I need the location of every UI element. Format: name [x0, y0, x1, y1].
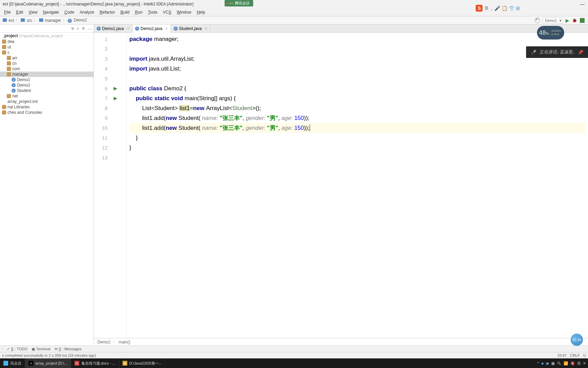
- menu-tools[interactable]: Tools: [145, 9, 160, 15]
- editor-tab[interactable]: CStudent.java✕: [171, 25, 210, 32]
- run-config-select[interactable]: Demo1: [543, 18, 563, 23]
- mic-icon: 🎤: [531, 50, 536, 55]
- tray-icon[interactable]: 🔌: [557, 361, 561, 366]
- tree-item[interactable]: nal Libraries: [0, 104, 94, 110]
- run-controls: Demo1 ▶ 🐞: [535, 18, 585, 23]
- menu-edit[interactable]: Edit: [13, 9, 26, 15]
- tree-item[interactable]: array_project.iml: [0, 99, 94, 104]
- status-message: n completed successfully in 2 s 209 ms (…: [2, 353, 96, 357]
- menu-code[interactable]: Code: [62, 9, 77, 15]
- close-tab-icon[interactable]: ✕: [165, 27, 168, 30]
- target-icon[interactable]: ⊕: [71, 26, 74, 31]
- coverage-button[interactable]: [580, 18, 585, 23]
- run-button[interactable]: ▶: [566, 18, 569, 23]
- editor-area: CDemo1.java✕CDemo2.java✕CStudent.java✕ 1…: [94, 25, 588, 346]
- project-root[interactable]: _project D:\javaCode\array_project: [0, 33, 94, 39]
- menu-run[interactable]: Run: [132, 9, 145, 15]
- run-history-icon[interactable]: [535, 18, 540, 23]
- editor-tabs: CDemo1.java✕CDemo2.java✕CStudent.java✕: [94, 25, 588, 33]
- menu-analyze[interactable]: Analyze: [77, 9, 97, 15]
- collapse-icon[interactable]: ≡: [77, 27, 79, 31]
- cpu-monitor-overlay[interactable]: 48% ↑25.8K/s ↓2.1K/s: [537, 26, 564, 40]
- menu-navigate[interactable]: Navigate: [40, 9, 62, 15]
- windows-taskbar: 讯会议IJarray_project [D:\...W集合练习题.docx - …: [0, 358, 588, 368]
- settings-icon[interactable]: ⚙: [82, 26, 85, 31]
- tray-icon[interactable]: ^: [537, 361, 539, 365]
- minimize-button[interactable]: —: [580, 1, 585, 7]
- system-tray[interactable]: ^ ◈ ◉ ▦ 🔌 📶 🔇 英 ✕: [537, 361, 586, 366]
- tray-ime-icon[interactable]: 英: [577, 361, 581, 366]
- tray-icon[interactable]: ◉: [546, 361, 549, 366]
- close-tab-icon[interactable]: ✕: [127, 27, 129, 30]
- nav-crumb[interactable]: src: [21, 18, 32, 23]
- tree-item[interactable]: com: [0, 66, 94, 72]
- tray-volume-icon[interactable]: 🔇: [570, 361, 575, 366]
- editor-breadcrumb[interactable]: Demo2〉main(): [94, 338, 588, 346]
- status-bar: n completed successfully in 2 s 209 ms (…: [0, 352, 588, 358]
- menu-file[interactable]: File: [1, 9, 13, 15]
- tray-wifi-icon[interactable]: 📶: [564, 361, 568, 366]
- editor-tab[interactable]: CDemo2.java✕: [132, 25, 171, 33]
- tree-item[interactable]: CStudent: [0, 88, 94, 93]
- tray-shield-icon[interactable]: ◈: [541, 361, 544, 366]
- pin-icon[interactable]: 📌: [578, 50, 583, 55]
- hide-icon[interactable]: —: [88, 27, 92, 31]
- taskbar-item[interactable]: 📁D:\Java2203\第一...: [119, 358, 166, 368]
- sogou-ime-bar[interactable]: S 英 ⸝ 🎤 📋 👕 ⊞: [476, 5, 520, 12]
- tree-item[interactable]: ches and Consoles: [0, 110, 94, 115]
- nav-bar: ect〉 src〉 manager〉C Demo2 Demo1 ▶ 🐞: [0, 16, 588, 25]
- nav-breadcrumbs[interactable]: ect〉 src〉 manager〉C Demo2: [2, 17, 87, 23]
- gutter-marks: ▶▶: [112, 33, 121, 338]
- status-right: 10:47CRLFU: [557, 353, 586, 357]
- tree-item[interactable]: ut: [0, 44, 94, 50]
- sogou-icon: S: [476, 5, 483, 12]
- breadcrumb-item[interactable]: main(): [119, 340, 130, 344]
- tool-window-button[interactable]: ✓6: TODO: [7, 347, 28, 351]
- tree-item[interactable]: arr: [0, 55, 94, 61]
- main-area: ⊕ ≡ ⚙ — _project D:\javaCode\array_proje…: [0, 25, 588, 346]
- tree-item[interactable]: CDemo2: [0, 82, 94, 88]
- tree-item[interactable]: manager: [0, 72, 94, 77]
- breadcrumb-item[interactable]: Demo2: [97, 340, 111, 344]
- taskbar-item[interactable]: W集合练习题.docx - ...: [71, 358, 119, 368]
- project-tree: deautcarrcncommanagerCDemo1CDemo2CStuden…: [0, 39, 94, 115]
- tool-window-button[interactable]: ▣Terminal: [32, 347, 51, 351]
- menu-window[interactable]: Window: [174, 9, 194, 15]
- menu-refactor[interactable]: Refactor: [97, 9, 118, 15]
- close-tab-icon[interactable]: ✕: [205, 27, 207, 30]
- nav-crumb[interactable]: manager: [39, 18, 61, 23]
- tray-close-icon[interactable]: ✕: [583, 361, 586, 366]
- taskbar-item[interactable]: 讯会议: [0, 358, 25, 368]
- project-sidebar: ⊕ ≡ ⚙ — _project D:\javaCode\array_proje…: [0, 25, 94, 346]
- menu-view[interactable]: View: [26, 9, 40, 15]
- tree-item[interactable]: net: [0, 93, 94, 99]
- sidebar-toolbar: ⊕ ≡ ⚙ —: [0, 25, 94, 33]
- nav-crumb[interactable]: ect: [3, 18, 14, 23]
- line-gutter: 12345678910111213: [94, 33, 112, 338]
- fold-gutter: [121, 33, 127, 338]
- tree-item[interactable]: dea: [0, 39, 94, 44]
- time-bubble-overlay[interactable]: 02:34: [571, 334, 583, 346]
- tree-item[interactable]: cn: [0, 61, 94, 66]
- tree-item[interactable]: CDemo1: [0, 77, 94, 82]
- editor-tab[interactable]: CDemo1.java✕: [94, 25, 132, 32]
- editor-content[interactable]: 12345678910111213 ▶▶ package manager; im…: [94, 33, 588, 338]
- menu-help[interactable]: Help: [194, 9, 208, 15]
- speaking-overlay: 🎤 正在讲话: 孟淑君; 📌: [526, 46, 588, 58]
- tool-window-bar: ▫✓6: TODO▣Terminal✉0: Messages: [0, 346, 588, 352]
- tray-icon[interactable]: ▦: [551, 361, 555, 366]
- menu-build[interactable]: Build: [118, 9, 132, 15]
- meeting-badge[interactable]: 腾讯会议: [225, 0, 253, 6]
- taskbar-item[interactable]: IJarray_project [D:\...: [25, 358, 71, 368]
- tool-window-button[interactable]: ✉0: Messages: [54, 347, 81, 351]
- nav-crumb[interactable]: C Demo2: [68, 18, 87, 23]
- code-area[interactable]: package manager; import java.util.ArrayL…: [127, 33, 588, 338]
- debug-button[interactable]: 🐞: [572, 18, 577, 23]
- tree-item[interactable]: c: [0, 50, 94, 55]
- menu-vcs[interactable]: VCS: [160, 9, 174, 15]
